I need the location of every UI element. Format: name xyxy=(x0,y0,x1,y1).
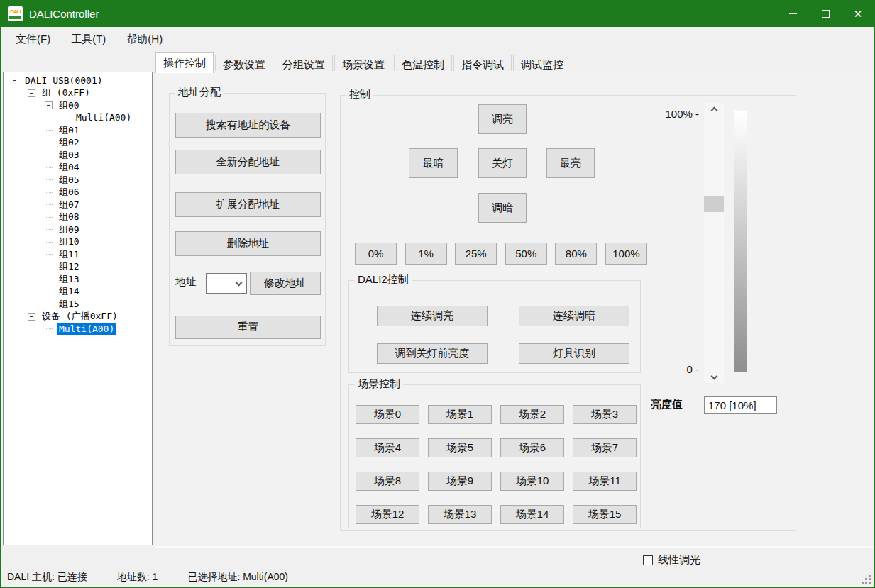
tree-item[interactable]: 组04 xyxy=(4,162,152,174)
scene-group-title: 场景控制 xyxy=(355,377,403,391)
menu-item-file[interactable]: 文件(F) xyxy=(14,31,52,48)
scene-button-13[interactable]: 场景13 xyxy=(428,505,492,524)
scene-button-6[interactable]: 场景6 xyxy=(500,438,564,457)
tree-item[interactable]: 组10 xyxy=(4,236,152,249)
linear-dimming-checkbox[interactable] xyxy=(643,555,653,565)
collapse-minus-icon[interactable] xyxy=(28,89,35,97)
close-button[interactable]: ✕ xyxy=(842,1,874,27)
percent-button-50[interactable]: 50% xyxy=(505,243,547,265)
brightness-scrollbar[interactable] xyxy=(704,103,724,383)
dali2-button-grid: 连续调亮 连续调暗 调到关灯前亮度 灯具识别 xyxy=(377,306,629,364)
tree-connector-dash xyxy=(45,292,53,292)
tree-connector-dash xyxy=(45,167,53,168)
scene-button-14[interactable]: 场景14 xyxy=(500,505,564,524)
tree-connector-dash xyxy=(45,304,53,304)
percent-button-0[interactable]: 0% xyxy=(355,243,397,265)
collapse-minus-icon[interactable] xyxy=(45,101,53,109)
linear-dimming-control[interactable]: 线性调光 xyxy=(643,553,700,567)
scene-button-11[interactable]: 场景11 xyxy=(573,472,637,491)
tab-operation-control[interactable]: 操作控制 xyxy=(155,52,214,73)
brightness-value-box[interactable]: 170 [10%] xyxy=(704,396,777,414)
menu-item-tools[interactable]: 工具(T) xyxy=(70,31,107,48)
scrollbar-thumb[interactable] xyxy=(704,196,724,212)
fresh-assign-address-button[interactable]: 全新分配地址 xyxy=(175,150,321,174)
tree-item[interactable]: Multi(A00) xyxy=(4,323,152,335)
tree-item[interactable]: 组07 xyxy=(4,199,152,211)
control-group: 控制 调亮 最暗 关灯 最亮 调暗 0%1%25%50%80%100% DALI… xyxy=(340,95,796,531)
continuous-dim-down-button[interactable]: 连续调暗 xyxy=(519,306,629,326)
scene-button-7[interactable]: 场景7 xyxy=(573,438,637,457)
tree-item[interactable]: 组14 xyxy=(4,286,152,299)
tree-item[interactable]: 组06 xyxy=(4,187,152,199)
tree-item-label: DALI USB(0001) xyxy=(23,75,104,87)
search-addressed-devices-button[interactable]: 搜索有地址的设备 xyxy=(175,113,321,138)
tree-item[interactable]: 组03 xyxy=(4,149,152,162)
minimize-button[interactable] xyxy=(776,1,809,27)
tree-item[interactable]: 组05 xyxy=(4,174,152,187)
scene-button-3[interactable]: 场景3 xyxy=(573,405,637,424)
scene-button-8[interactable]: 场景8 xyxy=(356,472,419,491)
scene-button-9[interactable]: 场景9 xyxy=(428,472,492,491)
scroll-up-button[interactable] xyxy=(704,103,724,115)
maximize-button[interactable] xyxy=(809,1,842,27)
scene-button-1[interactable]: 场景1 xyxy=(428,405,492,424)
tree-item[interactable]: 组09 xyxy=(4,223,152,236)
tree-item-label: 组01 xyxy=(57,125,81,136)
tree-item-label: 组14 xyxy=(57,286,81,297)
scene-button-4[interactable]: 场景4 xyxy=(356,438,419,457)
percent-button-100[interactable]: 100% xyxy=(605,243,647,265)
tree-item[interactable]: 组13 xyxy=(4,273,152,286)
tree-item[interactable]: 组15 xyxy=(4,298,152,311)
status-selected-address: 已选择地址: Multi(A00) xyxy=(187,571,288,584)
percent-button-80[interactable]: 80% xyxy=(555,243,597,265)
tree-item[interactable]: 组11 xyxy=(4,248,152,261)
address-allocation-title: 地址分配 xyxy=(175,86,224,99)
collapse-minus-icon[interactable] xyxy=(11,77,18,84)
scene-button-0[interactable]: 场景0 xyxy=(356,405,419,424)
extend-assign-address-button[interactable]: 扩展分配地址 xyxy=(175,192,321,217)
dim-up-button[interactable]: 调亮 xyxy=(478,104,527,134)
linear-dimming-label: 线性调光 xyxy=(658,553,700,567)
restore-pre-off-brightness-button[interactable]: 调到关灯前亮度 xyxy=(377,343,488,364)
tree-connector-dash xyxy=(45,217,53,218)
tree-connector-dash xyxy=(45,229,53,230)
scene-button-2[interactable]: 场景2 xyxy=(500,405,564,424)
tree-item[interactable]: 组02 xyxy=(4,137,152,150)
tree-item-label: 组12 xyxy=(57,261,81,272)
lamp-off-button[interactable]: 关灯 xyxy=(478,148,527,178)
tree-item[interactable]: 设备 (广播0xFF) xyxy=(4,311,152,323)
close-icon: ✕ xyxy=(854,9,863,19)
percent-button-1[interactable]: 1% xyxy=(405,243,447,265)
menu-bar: 文件(F)工具(T)帮助(H) xyxy=(1,27,874,51)
scroll-down-button[interactable] xyxy=(704,371,724,383)
tree-item[interactable]: 组00 xyxy=(4,99,152,112)
lamp-identify-button[interactable]: 灯具识别 xyxy=(519,343,629,364)
min-brightness-button[interactable]: 最暗 xyxy=(409,148,458,178)
scene-button-12[interactable]: 场景12 xyxy=(356,505,419,524)
reset-button[interactable]: 重置 xyxy=(175,316,321,339)
window-title: DALIController xyxy=(29,8,99,20)
app-icon: DALI xyxy=(8,6,23,21)
tree-item[interactable]: 组08 xyxy=(4,211,152,224)
continuous-dim-up-button[interactable]: 连续调亮 xyxy=(377,306,488,326)
brightness-value-label: 亮度值 xyxy=(651,398,683,411)
tree-item[interactable]: 组 (0xFF) xyxy=(4,87,152,100)
scene-button-5[interactable]: 场景5 xyxy=(428,438,492,457)
max-brightness-button[interactable]: 最亮 xyxy=(546,148,595,178)
menu-item-help[interactable]: 帮助(H) xyxy=(125,31,164,48)
tree-item[interactable]: 组01 xyxy=(4,124,152,137)
dim-down-button[interactable]: 调暗 xyxy=(478,193,527,223)
resize-grip[interactable] xyxy=(861,574,871,584)
scene-button-15[interactable]: 场景15 xyxy=(573,505,637,524)
percent-button-25[interactable]: 25% xyxy=(455,243,497,265)
address-combobox[interactable] xyxy=(206,273,247,294)
chevron-down-icon xyxy=(710,372,717,379)
tree-item[interactable]: Multi(A00) xyxy=(4,112,152,125)
modify-address-button[interactable]: 修改地址 xyxy=(250,272,321,295)
delete-address-button[interactable]: 删除地址 xyxy=(175,231,321,256)
tree-item[interactable]: 组12 xyxy=(4,261,152,274)
scene-button-10[interactable]: 场景10 xyxy=(500,472,564,491)
tree-item[interactable]: DALI USB(0001) xyxy=(4,74,152,87)
collapse-minus-icon[interactable] xyxy=(28,313,35,321)
device-tree[interactable]: DALI USB(0001)组 (0xFF)组00Multi(A00)组01组0… xyxy=(3,72,153,545)
